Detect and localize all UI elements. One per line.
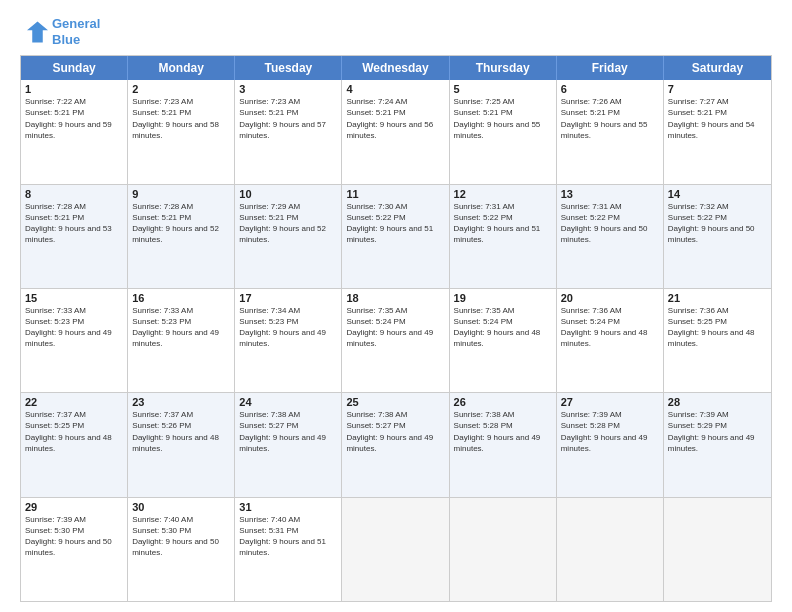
empty-cell: [557, 498, 664, 601]
logo-text: General Blue: [52, 16, 100, 47]
day-info: Sunrise: 7:22 AM Sunset: 5:21 PM Dayligh…: [25, 96, 123, 141]
day-info: Sunrise: 7:28 AM Sunset: 5:21 PM Dayligh…: [132, 201, 230, 246]
day-number: 18: [346, 292, 444, 304]
day-info: Sunrise: 7:40 AM Sunset: 5:31 PM Dayligh…: [239, 514, 337, 559]
day-cell-2: 2 Sunrise: 7:23 AM Sunset: 5:21 PM Dayli…: [128, 80, 235, 183]
empty-cell: [664, 498, 771, 601]
calendar: SundayMondayTuesdayWednesdayThursdayFrid…: [20, 55, 772, 602]
header-day-tuesday: Tuesday: [235, 56, 342, 80]
day-cell-19: 19 Sunrise: 7:35 AM Sunset: 5:24 PM Dayl…: [450, 289, 557, 392]
day-number: 25: [346, 396, 444, 408]
day-cell-25: 25 Sunrise: 7:38 AM Sunset: 5:27 PM Dayl…: [342, 393, 449, 496]
day-cell-15: 15 Sunrise: 7:33 AM Sunset: 5:23 PM Dayl…: [21, 289, 128, 392]
day-cell-29: 29 Sunrise: 7:39 AM Sunset: 5:30 PM Dayl…: [21, 498, 128, 601]
day-number: 22: [25, 396, 123, 408]
day-info: Sunrise: 7:27 AM Sunset: 5:21 PM Dayligh…: [668, 96, 767, 141]
day-number: 5: [454, 83, 552, 95]
day-cell-5: 5 Sunrise: 7:25 AM Sunset: 5:21 PM Dayli…: [450, 80, 557, 183]
empty-cell: [450, 498, 557, 601]
day-number: 8: [25, 188, 123, 200]
day-number: 1: [25, 83, 123, 95]
day-cell-1: 1 Sunrise: 7:22 AM Sunset: 5:21 PM Dayli…: [21, 80, 128, 183]
empty-cell: [342, 498, 449, 601]
day-number: 23: [132, 396, 230, 408]
day-info: Sunrise: 7:34 AM Sunset: 5:23 PM Dayligh…: [239, 305, 337, 350]
day-number: 21: [668, 292, 767, 304]
day-number: 14: [668, 188, 767, 200]
day-cell-17: 17 Sunrise: 7:34 AM Sunset: 5:23 PM Dayl…: [235, 289, 342, 392]
day-info: Sunrise: 7:39 AM Sunset: 5:30 PM Dayligh…: [25, 514, 123, 559]
week-row-5: 29 Sunrise: 7:39 AM Sunset: 5:30 PM Dayl…: [21, 498, 771, 601]
day-cell-30: 30 Sunrise: 7:40 AM Sunset: 5:30 PM Dayl…: [128, 498, 235, 601]
day-number: 7: [668, 83, 767, 95]
day-number: 4: [346, 83, 444, 95]
day-info: Sunrise: 7:28 AM Sunset: 5:21 PM Dayligh…: [25, 201, 123, 246]
header: General Blue: [20, 16, 772, 47]
day-number: 6: [561, 83, 659, 95]
day-cell-26: 26 Sunrise: 7:38 AM Sunset: 5:28 PM Dayl…: [450, 393, 557, 496]
day-number: 17: [239, 292, 337, 304]
day-info: Sunrise: 7:37 AM Sunset: 5:25 PM Dayligh…: [25, 409, 123, 454]
header-day-wednesday: Wednesday: [342, 56, 449, 80]
day-cell-18: 18 Sunrise: 7:35 AM Sunset: 5:24 PM Dayl…: [342, 289, 449, 392]
day-cell-6: 6 Sunrise: 7:26 AM Sunset: 5:21 PM Dayli…: [557, 80, 664, 183]
day-number: 30: [132, 501, 230, 513]
day-cell-27: 27 Sunrise: 7:39 AM Sunset: 5:28 PM Dayl…: [557, 393, 664, 496]
week-row-4: 22 Sunrise: 7:37 AM Sunset: 5:25 PM Dayl…: [21, 393, 771, 497]
header-day-friday: Friday: [557, 56, 664, 80]
logo: General Blue: [20, 16, 100, 47]
day-info: Sunrise: 7:32 AM Sunset: 5:22 PM Dayligh…: [668, 201, 767, 246]
day-info: Sunrise: 7:39 AM Sunset: 5:29 PM Dayligh…: [668, 409, 767, 454]
day-cell-12: 12 Sunrise: 7:31 AM Sunset: 5:22 PM Dayl…: [450, 185, 557, 288]
day-cell-16: 16 Sunrise: 7:33 AM Sunset: 5:23 PM Dayl…: [128, 289, 235, 392]
day-info: Sunrise: 7:38 AM Sunset: 5:27 PM Dayligh…: [346, 409, 444, 454]
day-cell-14: 14 Sunrise: 7:32 AM Sunset: 5:22 PM Dayl…: [664, 185, 771, 288]
day-info: Sunrise: 7:38 AM Sunset: 5:28 PM Dayligh…: [454, 409, 552, 454]
day-number: 20: [561, 292, 659, 304]
day-info: Sunrise: 7:25 AM Sunset: 5:21 PM Dayligh…: [454, 96, 552, 141]
day-number: 29: [25, 501, 123, 513]
day-number: 2: [132, 83, 230, 95]
day-info: Sunrise: 7:23 AM Sunset: 5:21 PM Dayligh…: [239, 96, 337, 141]
day-info: Sunrise: 7:37 AM Sunset: 5:26 PM Dayligh…: [132, 409, 230, 454]
day-cell-28: 28 Sunrise: 7:39 AM Sunset: 5:29 PM Dayl…: [664, 393, 771, 496]
day-info: Sunrise: 7:36 AM Sunset: 5:25 PM Dayligh…: [668, 305, 767, 350]
day-info: Sunrise: 7:30 AM Sunset: 5:22 PM Dayligh…: [346, 201, 444, 246]
logo-icon: [20, 18, 48, 46]
day-number: 26: [454, 396, 552, 408]
day-info: Sunrise: 7:35 AM Sunset: 5:24 PM Dayligh…: [346, 305, 444, 350]
calendar-header: SundayMondayTuesdayWednesdayThursdayFrid…: [21, 56, 771, 80]
page: General Blue SundayMondayTuesdayWednesda…: [0, 0, 792, 612]
day-cell-4: 4 Sunrise: 7:24 AM Sunset: 5:21 PM Dayli…: [342, 80, 449, 183]
week-row-1: 1 Sunrise: 7:22 AM Sunset: 5:21 PM Dayli…: [21, 80, 771, 184]
day-cell-10: 10 Sunrise: 7:29 AM Sunset: 5:21 PM Dayl…: [235, 185, 342, 288]
header-day-saturday: Saturday: [664, 56, 771, 80]
day-info: Sunrise: 7:33 AM Sunset: 5:23 PM Dayligh…: [132, 305, 230, 350]
day-number: 27: [561, 396, 659, 408]
day-info: Sunrise: 7:31 AM Sunset: 5:22 PM Dayligh…: [454, 201, 552, 246]
day-cell-20: 20 Sunrise: 7:36 AM Sunset: 5:24 PM Dayl…: [557, 289, 664, 392]
day-number: 11: [346, 188, 444, 200]
day-info: Sunrise: 7:39 AM Sunset: 5:28 PM Dayligh…: [561, 409, 659, 454]
day-number: 24: [239, 396, 337, 408]
day-number: 16: [132, 292, 230, 304]
day-info: Sunrise: 7:24 AM Sunset: 5:21 PM Dayligh…: [346, 96, 444, 141]
day-number: 13: [561, 188, 659, 200]
day-info: Sunrise: 7:33 AM Sunset: 5:23 PM Dayligh…: [25, 305, 123, 350]
day-cell-13: 13 Sunrise: 7:31 AM Sunset: 5:22 PM Dayl…: [557, 185, 664, 288]
day-info: Sunrise: 7:38 AM Sunset: 5:27 PM Dayligh…: [239, 409, 337, 454]
day-cell-23: 23 Sunrise: 7:37 AM Sunset: 5:26 PM Dayl…: [128, 393, 235, 496]
svg-marker-0: [27, 21, 48, 42]
week-row-3: 15 Sunrise: 7:33 AM Sunset: 5:23 PM Dayl…: [21, 289, 771, 393]
day-number: 28: [668, 396, 767, 408]
day-info: Sunrise: 7:35 AM Sunset: 5:24 PM Dayligh…: [454, 305, 552, 350]
day-cell-22: 22 Sunrise: 7:37 AM Sunset: 5:25 PM Dayl…: [21, 393, 128, 496]
day-number: 15: [25, 292, 123, 304]
day-cell-21: 21 Sunrise: 7:36 AM Sunset: 5:25 PM Dayl…: [664, 289, 771, 392]
day-info: Sunrise: 7:26 AM Sunset: 5:21 PM Dayligh…: [561, 96, 659, 141]
header-day-monday: Monday: [128, 56, 235, 80]
day-cell-31: 31 Sunrise: 7:40 AM Sunset: 5:31 PM Dayl…: [235, 498, 342, 601]
day-info: Sunrise: 7:29 AM Sunset: 5:21 PM Dayligh…: [239, 201, 337, 246]
day-cell-9: 9 Sunrise: 7:28 AM Sunset: 5:21 PM Dayli…: [128, 185, 235, 288]
day-number: 9: [132, 188, 230, 200]
